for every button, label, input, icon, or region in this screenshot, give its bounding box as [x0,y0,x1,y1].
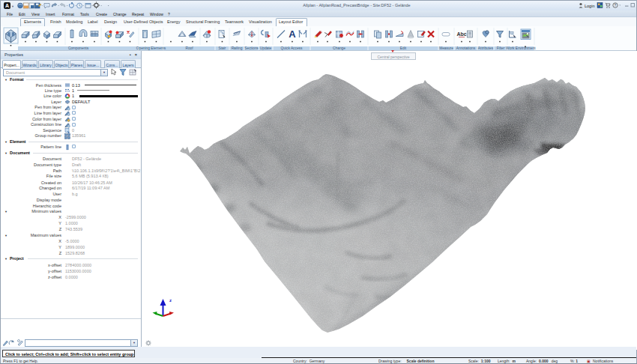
svg-text:z: z [169,298,172,303]
svg-text:Update: Update [260,46,272,50]
svg-text:Work Environment: Work Environment [506,46,536,50]
svg-text:Edit: Edit [400,46,407,50]
svg-text:Railing: Railing [232,46,243,50]
svg-text:Annotations: Annotations [456,46,476,50]
svg-text:Measure: Measure [439,46,453,50]
svg-text:Filter: Filter [497,46,505,50]
svg-text:Roof: Roof [185,46,193,50]
svg-text:Opening Elements: Opening Elements [136,46,166,50]
svg-text:?: ? [615,3,617,7]
svg-text:A: A [289,28,296,40]
svg-text:Abc: Abc [456,31,466,37]
svg-text:Stair: Stair [219,46,226,50]
svg-text:Quick Access: Quick Access [281,46,303,50]
svg-text:Components: Components [68,46,89,50]
svg-text:Attributes: Attributes [478,46,494,50]
svg-text:Sections: Sections [244,46,259,50]
svg-text:Login: Login [585,4,594,8]
svg-text:Change: Change [333,46,345,50]
